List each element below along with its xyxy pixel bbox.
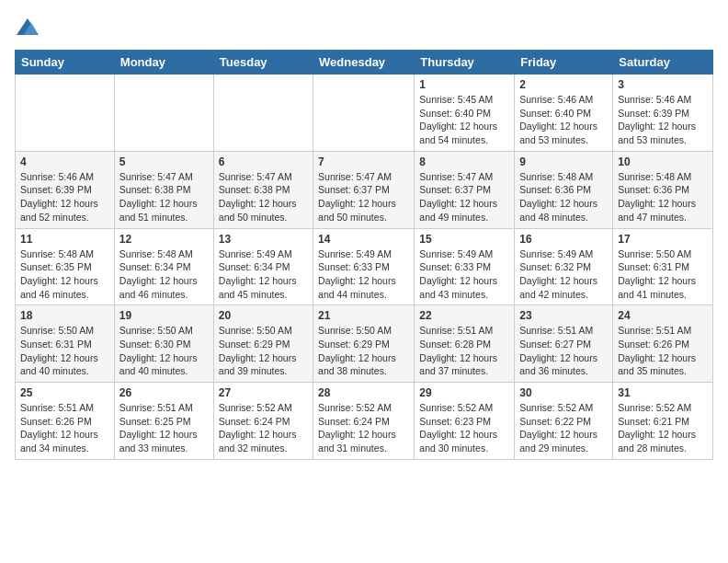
day-cell: 4Sunrise: 5:46 AM Sunset: 6:39 PM Daylig… [16, 151, 115, 228]
day-cell: 2Sunrise: 5:46 AM Sunset: 6:40 PM Daylig… [515, 75, 613, 152]
day-number: 9 [519, 155, 608, 168]
day-info: Sunrise: 5:52 AM Sunset: 6:24 PM Dayligh… [219, 401, 308, 455]
day-cell: 29Sunrise: 5:52 AM Sunset: 6:23 PM Dayli… [415, 383, 515, 460]
day-number: 19 [119, 309, 209, 322]
header [15, 15, 713, 40]
day-info: Sunrise: 5:49 AM Sunset: 6:32 PM Dayligh… [519, 247, 608, 302]
day-info: Sunrise: 5:51 AM Sunset: 6:25 PM Dayligh… [119, 401, 209, 455]
day-info: Sunrise: 5:47 AM Sunset: 6:38 PM Dayligh… [219, 170, 308, 224]
day-info: Sunrise: 5:51 AM Sunset: 6:27 PM Dayligh… [519, 324, 608, 378]
day-cell: 15Sunrise: 5:49 AM Sunset: 6:33 PM Dayli… [415, 228, 515, 305]
day-cell: 30Sunrise: 5:52 AM Sunset: 6:22 PM Dayli… [515, 383, 613, 460]
col-header-saturday: Saturday [613, 51, 713, 75]
day-cell [114, 75, 213, 152]
day-number: 8 [419, 155, 509, 168]
day-cell: 26Sunrise: 5:51 AM Sunset: 6:25 PM Dayli… [114, 383, 213, 460]
col-header-tuesday: Tuesday [213, 51, 313, 75]
day-info: Sunrise: 5:51 AM Sunset: 6:28 PM Dayligh… [419, 324, 509, 378]
day-number: 14 [318, 233, 409, 246]
day-info: Sunrise: 5:48 AM Sunset: 6:34 PM Dayligh… [119, 247, 209, 302]
col-header-wednesday: Wednesday [313, 51, 415, 75]
day-cell: 24Sunrise: 5:51 AM Sunset: 6:26 PM Dayli… [613, 305, 713, 383]
day-info: Sunrise: 5:49 AM Sunset: 6:34 PM Dayligh… [219, 247, 308, 302]
day-cell: 17Sunrise: 5:50 AM Sunset: 6:31 PM Dayli… [613, 228, 713, 305]
day-number: 10 [618, 155, 708, 168]
day-info: Sunrise: 5:52 AM Sunset: 6:21 PM Dayligh… [618, 401, 708, 455]
day-info: Sunrise: 5:48 AM Sunset: 6:36 PM Dayligh… [519, 170, 608, 224]
day-cell: 12Sunrise: 5:48 AM Sunset: 6:34 PM Dayli… [114, 228, 213, 305]
day-info: Sunrise: 5:48 AM Sunset: 6:35 PM Dayligh… [20, 247, 109, 302]
day-number: 26 [119, 386, 209, 399]
day-number: 28 [318, 386, 409, 399]
day-number: 4 [20, 155, 109, 168]
day-number: 5 [119, 155, 209, 168]
page: SundayMondayTuesdayWednesdayThursdayFrid… [0, 0, 728, 475]
day-cell: 20Sunrise: 5:50 AM Sunset: 6:29 PM Dayli… [213, 305, 313, 383]
day-number: 15 [419, 233, 509, 246]
logo [15, 15, 44, 40]
day-info: Sunrise: 5:46 AM Sunset: 6:39 PM Dayligh… [618, 93, 708, 147]
day-cell: 6Sunrise: 5:47 AM Sunset: 6:38 PM Daylig… [213, 151, 313, 228]
week-row-4: 18Sunrise: 5:50 AM Sunset: 6:31 PM Dayli… [16, 305, 713, 383]
day-number: 7 [318, 155, 409, 168]
day-cell: 19Sunrise: 5:50 AM Sunset: 6:30 PM Dayli… [114, 305, 213, 383]
day-cell: 23Sunrise: 5:51 AM Sunset: 6:27 PM Dayli… [515, 305, 613, 383]
day-number: 11 [20, 233, 109, 246]
col-header-sunday: Sunday [16, 51, 115, 75]
day-number: 31 [618, 386, 708, 399]
day-cell: 1Sunrise: 5:45 AM Sunset: 6:40 PM Daylig… [415, 75, 515, 152]
day-info: Sunrise: 5:52 AM Sunset: 6:22 PM Dayligh… [519, 401, 608, 455]
day-number: 3 [618, 78, 708, 91]
day-info: Sunrise: 5:52 AM Sunset: 6:23 PM Dayligh… [419, 401, 509, 455]
day-cell: 8Sunrise: 5:47 AM Sunset: 6:37 PM Daylig… [415, 151, 515, 228]
day-cell: 18Sunrise: 5:50 AM Sunset: 6:31 PM Dayli… [16, 305, 115, 383]
day-cell: 3Sunrise: 5:46 AM Sunset: 6:39 PM Daylig… [613, 75, 713, 152]
day-number: 6 [219, 155, 308, 168]
day-cell [16, 75, 115, 152]
day-number: 27 [219, 386, 308, 399]
col-header-friday: Friday [515, 51, 613, 75]
day-number: 20 [219, 309, 308, 322]
day-number: 21 [318, 309, 409, 322]
day-info: Sunrise: 5:50 AM Sunset: 6:31 PM Dayligh… [20, 324, 109, 378]
day-cell: 13Sunrise: 5:49 AM Sunset: 6:34 PM Dayli… [213, 228, 313, 305]
day-cell: 25Sunrise: 5:51 AM Sunset: 6:26 PM Dayli… [16, 383, 115, 460]
day-info: Sunrise: 5:50 AM Sunset: 6:29 PM Dayligh… [318, 324, 409, 378]
day-info: Sunrise: 5:47 AM Sunset: 6:37 PM Dayligh… [419, 170, 509, 224]
day-info: Sunrise: 5:50 AM Sunset: 6:29 PM Dayligh… [219, 324, 308, 378]
col-header-thursday: Thursday [415, 51, 515, 75]
day-cell: 9Sunrise: 5:48 AM Sunset: 6:36 PM Daylig… [515, 151, 613, 228]
day-info: Sunrise: 5:46 AM Sunset: 6:39 PM Dayligh… [20, 170, 109, 224]
calendar-table: SundayMondayTuesdayWednesdayThursdayFrid… [15, 50, 713, 460]
day-cell: 5Sunrise: 5:47 AM Sunset: 6:38 PM Daylig… [114, 151, 213, 228]
day-number: 23 [519, 309, 608, 322]
day-info: Sunrise: 5:52 AM Sunset: 6:24 PM Dayligh… [318, 401, 409, 455]
day-info: Sunrise: 5:45 AM Sunset: 6:40 PM Dayligh… [419, 93, 509, 147]
day-number: 12 [119, 233, 209, 246]
day-number: 1 [419, 78, 509, 91]
day-info: Sunrise: 5:47 AM Sunset: 6:37 PM Dayligh… [318, 170, 409, 224]
day-number: 18 [20, 309, 109, 322]
day-info: Sunrise: 5:50 AM Sunset: 6:31 PM Dayligh… [618, 247, 708, 302]
day-cell: 16Sunrise: 5:49 AM Sunset: 6:32 PM Dayli… [515, 228, 613, 305]
day-number: 22 [419, 309, 509, 322]
day-info: Sunrise: 5:48 AM Sunset: 6:36 PM Dayligh… [618, 170, 708, 224]
day-cell: 10Sunrise: 5:48 AM Sunset: 6:36 PM Dayli… [613, 151, 713, 228]
day-cell: 7Sunrise: 5:47 AM Sunset: 6:37 PM Daylig… [313, 151, 415, 228]
day-number: 17 [618, 233, 708, 246]
day-cell: 27Sunrise: 5:52 AM Sunset: 6:24 PM Dayli… [213, 383, 313, 460]
day-number: 30 [519, 386, 608, 399]
day-cell: 31Sunrise: 5:52 AM Sunset: 6:21 PM Dayli… [613, 383, 713, 460]
logo-icon [15, 15, 40, 40]
day-number: 2 [519, 78, 608, 91]
day-info: Sunrise: 5:49 AM Sunset: 6:33 PM Dayligh… [318, 247, 409, 302]
header-row: SundayMondayTuesdayWednesdayThursdayFrid… [16, 51, 713, 75]
day-number: 13 [219, 233, 308, 246]
day-number: 29 [419, 386, 509, 399]
col-header-monday: Monday [114, 51, 213, 75]
day-cell: 28Sunrise: 5:52 AM Sunset: 6:24 PM Dayli… [313, 383, 415, 460]
day-cell: 11Sunrise: 5:48 AM Sunset: 6:35 PM Dayli… [16, 228, 115, 305]
week-row-3: 11Sunrise: 5:48 AM Sunset: 6:35 PM Dayli… [16, 228, 713, 305]
day-info: Sunrise: 5:49 AM Sunset: 6:33 PM Dayligh… [419, 247, 509, 302]
day-cell [313, 75, 415, 152]
